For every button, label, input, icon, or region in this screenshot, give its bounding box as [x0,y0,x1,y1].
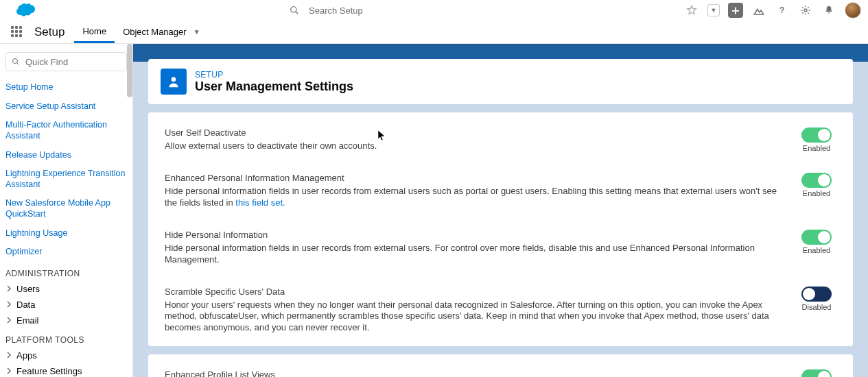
setting-enhanced-profile-lists: Enhanced Profile List Views Create profi… [165,369,836,377]
setup-gear-icon[interactable] [798,3,813,18]
page-header: SETUP User Management Settings [148,59,853,104]
context-bar: Setup Home Object Manager ▼ [0,21,868,44]
toggle-enhanced-pii[interactable] [801,173,832,188]
scrollbar[interactable] [127,44,132,97]
svg-text:?: ? [779,5,784,15]
nav-tab-label: Object Manager [123,27,187,37]
setting-desc: Honor your users' requests when they no … [165,300,780,335]
help-icon[interactable]: ? [775,3,790,18]
sidebar-link-setup-home[interactable]: Setup Home [0,78,132,97]
sidebar-link-service-setup[interactable]: Service Setup Assistant [0,97,132,117]
search-icon [12,58,20,66]
quick-find-placeholder: Quick Find [25,57,68,67]
waffle-icon [11,26,23,38]
global-search-placeholder: Search Setup [309,5,363,16]
toggle-label: Enabled [803,246,830,254]
toggle-user-self-deactivate[interactable] [801,127,832,143]
trailhead-icon[interactable] [751,3,766,18]
setting-user-self-deactivate: User Self Deactivate Allow external user… [165,127,836,152]
svg-point-6 [172,77,176,82]
sidebar-link-mfa-assistant[interactable]: Multi-Factor Authentication Assistant [0,116,132,145]
tree-item-label: Apps [16,350,37,361]
setting-enhanced-pii-management: Enhanced Personal Information Management… [165,173,836,209]
setting-desc: Allow external users to deactivate their… [165,141,780,152]
chevron-right-icon [5,301,12,308]
toggle-label: Enabled [803,189,830,197]
setting-title: Enhanced Personal Information Management [165,173,780,183]
app-name: Setup [34,25,64,39]
tree-item-label: Data [16,300,35,310]
setting-desc: Hide personal information fields in user… [165,243,780,266]
toggle-label: Enabled [803,144,830,152]
app-launcher[interactable] [5,21,29,43]
toggle-scramble-data[interactable] [801,287,832,302]
sidebar-section-platform-tools: PLATFORM TOOLS [0,328,132,348]
sidebar-link-mobile-quickstart[interactable]: New Salesforce Mobile App QuickStart [0,194,132,223]
field-set-link[interactable]: this field set. [235,197,285,208]
toggle-hide-personal-info[interactable] [801,230,832,245]
sidebar-link-lightning-usage[interactable]: Lightning Usage [0,224,132,243]
header-actions: ▼ ＋ ? [684,2,861,19]
svg-line-5 [17,63,19,65]
user-avatar[interactable] [845,2,861,19]
settings-card: Enhanced Profile List Views Create profi… [148,354,853,377]
setting-title: Scramble Specific Users' Data [165,287,780,297]
page-title: User Management Settings [195,80,353,94]
quick-find-input[interactable]: Quick Find [5,52,127,71]
setting-title: User Self Deactivate [165,127,780,138]
favorite-icon[interactable] [684,3,699,18]
setting-hide-personal-info: Hide Personal Information Hide personal … [165,230,836,266]
page-eyebrow: SETUP [195,70,353,80]
tree-item-label: Users [16,284,40,294]
nav-tab-label: Home [82,26,106,36]
setting-title: Enhanced Profile List Views [165,369,780,377]
setting-desc: Hide personal information fields in user… [165,186,780,209]
sidebar-link-optimizer[interactable]: Optimizer [0,243,132,262]
tree-item-label: Feature Settings [16,366,82,376]
svg-line-1 [296,12,298,14]
chevron-right-icon [5,367,12,374]
tree-item-apps[interactable]: Apps [0,348,132,363]
global-add-button[interactable]: ＋ [728,3,743,18]
search-icon [290,5,299,15]
nav-tab-home[interactable]: Home [74,21,115,43]
chevron-right-icon [5,317,12,324]
global-header: Search Setup ▼ ＋ ? [0,0,868,21]
sidebar-link-release-updates[interactable]: Release Updates [0,146,132,165]
setup-tree-sidebar: Quick Find Setup Home Service Setup Assi… [0,44,133,377]
tree-item-label: Email [16,315,39,326]
salesforce-logo [12,3,36,18]
svg-point-4 [13,59,18,64]
main-content: SETUP User Management Settings User Self… [133,44,868,377]
setting-title: Hide Personal Information [165,230,780,240]
settings-card: User Self Deactivate Allow external user… [148,112,853,346]
favorite-dropdown[interactable]: ▼ [707,4,720,16]
chevron-right-icon [5,285,12,292]
user-icon [161,69,187,95]
tree-item-feature-settings[interactable]: Feature Settings [0,363,132,377]
global-search[interactable]: Search Setup [290,5,363,16]
svg-point-0 [291,7,296,12]
toggle-label: Disabled [802,303,832,311]
sidebar-link-lex-transition[interactable]: Lightning Experience Transition Assistan… [0,165,132,194]
nav-tab-object-manager[interactable]: Object Manager ▼ [115,21,208,43]
sidebar-section-administration: ADMINISTRATION [0,262,132,281]
chevron-right-icon [5,352,12,358]
tree-item-email[interactable]: Email [0,313,132,328]
tree-item-users[interactable]: Users [0,281,132,297]
setting-scramble-users-data: Scramble Specific Users' Data Honor your… [165,287,836,335]
notification-bell-icon[interactable] [821,3,836,18]
chevron-down-icon[interactable]: ▼ [193,28,200,36]
tree-item-data[interactable]: Data [0,297,132,313]
svg-point-3 [804,9,807,12]
toggle-enhanced-profile-lists[interactable] [801,369,832,377]
